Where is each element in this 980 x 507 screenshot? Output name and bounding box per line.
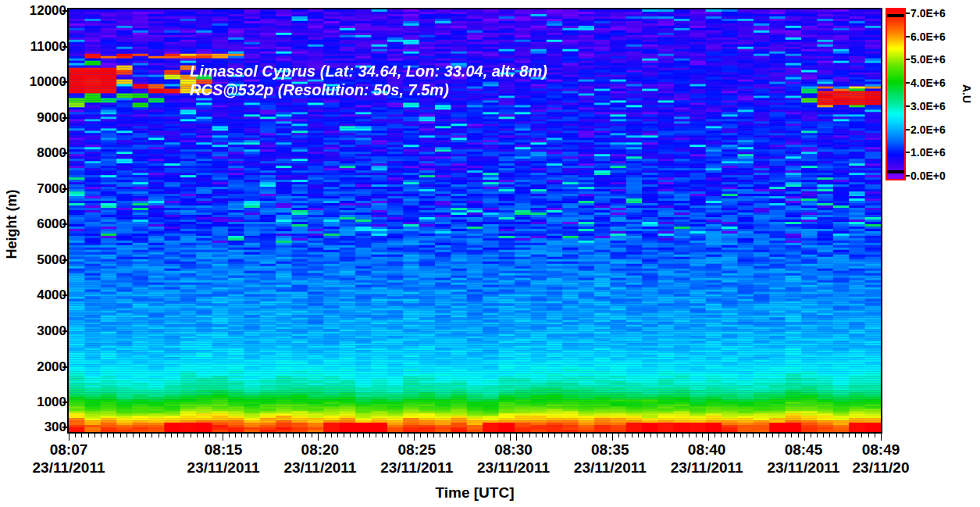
x-axis-minor-tick: [586, 434, 587, 437]
x-axis-minor-tick: [113, 434, 114, 437]
x-axis-minor-tick: [791, 434, 792, 437]
x-axis-minor-tick: [644, 434, 645, 437]
x-axis-minor-tick: [248, 434, 248, 437]
x-axis-minor-tick: [798, 434, 799, 437]
x-axis-minor-tick: [702, 434, 703, 437]
y-axis-tick-label: 10000: [30, 74, 66, 90]
x-axis-minor-tick: [254, 434, 255, 437]
y-axis-tick-label: 3000: [37, 323, 66, 339]
y-axis-tick-label: 1000: [37, 395, 66, 410]
colorbar-tick: [906, 152, 910, 153]
x-axis-minor-tick: [241, 434, 242, 437]
x-axis-minor-tick: [171, 434, 172, 437]
x-axis-date-label: 23/11/20: [853, 459, 910, 477]
x-axis-minor-tick: [753, 434, 754, 437]
colorbar-tick-label: 3.0E+6: [911, 100, 946, 112]
x-axis-minor-tick: [401, 434, 402, 437]
x-axis-minor-tick: [772, 434, 773, 437]
x-axis-minor-tick: [632, 434, 633, 437]
x-axis-minor-tick: [197, 434, 198, 437]
x-axis-minor-tick: [427, 434, 428, 437]
x-axis-minor-tick: [133, 434, 134, 437]
x-axis-minor-tick: [165, 434, 166, 437]
x-axis-minor-tick: [331, 434, 332, 437]
x-axis-minor-tick: [829, 434, 830, 437]
x-axis-minor-tick: [299, 434, 300, 437]
x-axis-minor-tick: [682, 434, 683, 437]
x-axis-minor-tick: [420, 434, 421, 437]
x-axis-minor-tick: [759, 434, 760, 437]
x-axis-minor-tick: [817, 434, 818, 437]
x-axis-minor-tick: [734, 434, 735, 437]
y-axis-tick-label: 9000: [37, 110, 66, 126]
x-axis-minor-tick: [184, 434, 184, 437]
x-axis-minor-tick: [337, 434, 338, 437]
y-axis-tick-label: 2000: [37, 359, 66, 375]
colorbar-tick-label: 7.0E+6: [911, 7, 946, 20]
x-axis-minor-tick: [618, 434, 619, 437]
x-axis-minor-tick: [843, 434, 843, 437]
x-axis-minor-tick: [676, 434, 677, 437]
x-axis-minor-tick: [107, 434, 108, 437]
x-axis-minor-tick: [548, 434, 549, 437]
x-axis-minor-tick: [357, 434, 358, 437]
x-axis-major-tick: [510, 434, 511, 441]
x-axis-minor-tick: [727, 434, 728, 437]
x-axis-date-label: 23/11/2011: [477, 459, 550, 477]
x-axis-time-label: 08:49: [862, 441, 900, 459]
colorbar-tick-label: 5.0E+6: [911, 53, 946, 66]
x-axis-major-tick: [708, 434, 709, 441]
x-axis-minor-tick: [747, 434, 747, 437]
x-axis-minor-tick: [574, 434, 575, 437]
x-axis-minor-tick: [696, 434, 697, 437]
x-axis-minor-tick: [395, 434, 396, 437]
x-axis-minor-tick: [472, 434, 472, 437]
y-axis-tick-label: 6000: [37, 216, 66, 232]
x-axis-minor-tick: [191, 434, 191, 437]
x-axis-minor-tick: [293, 434, 294, 437]
x-axis-minor-tick: [261, 434, 262, 437]
colorbar-tick: [906, 59, 910, 60]
colorbar-tick-label: 4.0E+6: [911, 77, 946, 89]
x-axis-major-tick: [516, 434, 517, 441]
colorbar-tick: [906, 82, 910, 84]
x-axis-date-label: 23/11/2011: [767, 459, 839, 477]
colorbar-tick: [906, 12, 910, 14]
x-axis-minor-tick: [376, 434, 376, 437]
x-axis-minor-tick: [606, 434, 607, 437]
x-axis-minor-tick: [670, 434, 671, 437]
x-axis-date-label: 23/11/2011: [671, 459, 743, 477]
y-axis-title: Height (m): [4, 190, 20, 259]
x-axis-minor-tick: [568, 434, 568, 437]
x-axis-major-tick: [804, 434, 805, 441]
x-axis-minor-tick: [101, 434, 102, 437]
x-axis-minor-tick: [388, 434, 389, 437]
x-axis-minor-tick: [875, 434, 875, 437]
x-axis-date-label: 23/11/2011: [283, 459, 356, 477]
x-axis-minor-tick: [159, 434, 159, 437]
x-axis-date-label: 23/11/2011: [574, 459, 647, 477]
x-axis-minor-tick: [779, 434, 779, 437]
x-axis-minor-tick: [868, 434, 869, 437]
x-axis-minor-tick: [600, 434, 600, 437]
colorbar: [886, 8, 906, 180]
y-axis-tick-label: 4000: [37, 287, 66, 303]
colorbar-tick: [906, 129, 910, 130]
x-axis-minor-tick: [657, 434, 657, 437]
x-axis-minor-tick: [235, 434, 236, 437]
x-axis-minor-tick: [280, 434, 280, 437]
x-axis-minor-tick: [350, 434, 351, 437]
x-axis-minor-tick: [88, 434, 89, 437]
x-axis-minor-tick: [490, 434, 491, 437]
chart-title-line-2: RCS@532p (Resolution: 50s, 7.5m): [190, 81, 449, 99]
x-axis-minor-tick: [478, 434, 479, 437]
x-axis-minor-tick: [382, 434, 383, 437]
x-axis-minor-tick: [785, 434, 786, 437]
x-axis-major-tick: [612, 434, 613, 441]
x-axis-minor-tick: [836, 434, 837, 437]
x-axis-time-label: 08:35: [591, 441, 629, 459]
x-axis-minor-tick: [593, 434, 593, 437]
x-axis-minor-tick: [855, 434, 856, 437]
x-axis-minor-tick: [177, 434, 178, 437]
x-axis-minor-tick: [446, 434, 447, 437]
